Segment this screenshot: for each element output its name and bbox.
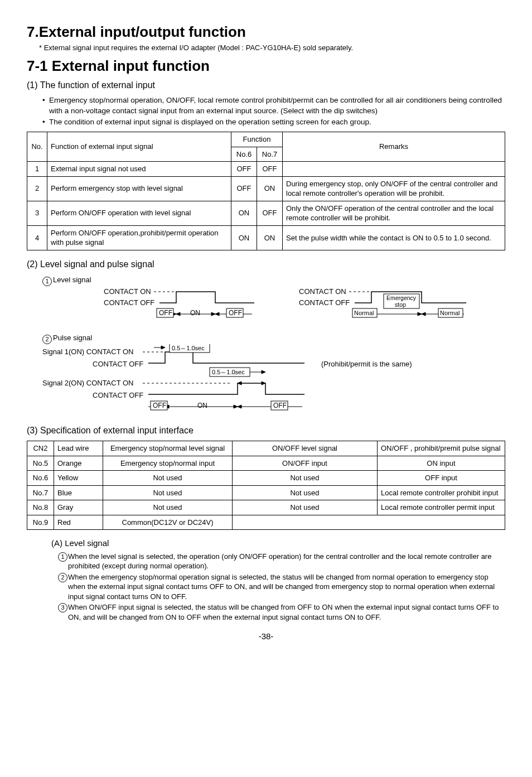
diagram-text: CONTACT OFF — [93, 360, 143, 368]
diagram-text: OFF — [229, 309, 242, 317]
cell-rem: During emergency stop, only ON/OFF of th… — [283, 176, 505, 201]
th-no: No. — [27, 132, 47, 161]
cell-n7: OFF — [257, 201, 283, 225]
sec2-title: (2) Level signal and pulse signal — [27, 258, 505, 271]
cell-fn: Perform emergency stop with level signal — [47, 176, 231, 201]
diagram-text: CONTACT OFF — [104, 298, 154, 307]
cell-n7: ON — [257, 176, 283, 201]
cell-common-blank — [233, 515, 505, 530]
cell-cn2: No.8 — [27, 500, 54, 515]
cell-es: Not used — [103, 471, 233, 486]
page-number: -38- — [27, 631, 505, 642]
cell-lw: Gray — [54, 500, 103, 515]
circled-2-icon: 2 — [42, 335, 52, 344]
cell-lw: Red — [54, 515, 103, 530]
cell-pp: Local remote controller prohibit input — [378, 485, 505, 500]
table-row: 4 Perform ON/OFF operation,prohibit/perm… — [27, 225, 505, 250]
sec3-title: (3) Specification of external input inte… — [27, 424, 505, 437]
cell-cn2: No.5 — [27, 456, 54, 471]
level-signal-block: 1Level signal CONTACT ON CONTACT OFF OFF… — [42, 275, 505, 325]
diagram-text: ON — [197, 402, 207, 409]
circled-3-icon: 3 — [58, 603, 67, 612]
function-table: No. Function of external input signal Fu… — [27, 132, 505, 250]
th-es: Emergency stop/normal level signal — [103, 441, 233, 456]
list-item: 2When the emergency stop/normal operatio… — [58, 572, 505, 602]
cell-fn: Perform ON/OFF operation,prohibit/permit… — [47, 225, 231, 250]
table-row: No.7 Blue Not used Not used Local remote… — [27, 485, 505, 500]
diagram-text: ON — [190, 309, 200, 317]
cell-es: Not used — [103, 500, 233, 515]
diagram-text: CONTACT OFF — [299, 298, 350, 307]
svg-marker-7 — [215, 312, 219, 316]
svg-marker-31 — [238, 382, 241, 385]
diagram-text: Normal — [440, 310, 460, 316]
circled-2-icon: 2 — [58, 573, 67, 582]
table-row: No.9 Red Common(DC12V or DC24V) — [27, 515, 505, 530]
list-item: 1When the level signal is selected, the … — [58, 552, 505, 571]
th-func-group: Function — [231, 132, 283, 147]
cell-no: 4 — [27, 225, 47, 250]
cell-oo: Not used — [233, 485, 378, 500]
svg-marker-29 — [262, 370, 265, 374]
cell-n7: OFF — [257, 162, 283, 177]
table-row: 2 Perform emergency stop with level sign… — [27, 176, 505, 201]
level-signal-diagram: CONTACT ON CONTACT OFF OFF ON OFF CONTAC… — [42, 286, 489, 325]
cell-rem: Only the ON/OFF operation of the central… — [283, 201, 505, 225]
section-7-1-title: 7-1 External input function — [27, 56, 505, 76]
spec-table: CN2 Lead wire Emergency stop/normal leve… — [27, 441, 505, 530]
cell-no: 2 — [27, 176, 47, 201]
cell-cn2: No.9 — [27, 515, 54, 530]
diagram-text: Normal — [354, 310, 374, 316]
sec1-bullets: Emergency stop/normal operation, ON/OFF,… — [42, 95, 505, 127]
cell-cn2: No.7 — [27, 485, 54, 500]
cell-oo: Not used — [233, 500, 378, 515]
svg-marker-4 — [176, 312, 180, 316]
diagram-text: OFF — [153, 402, 166, 409]
page-title: 7.External input/output function — [27, 22, 505, 42]
th-no7: No.7 — [257, 147, 283, 162]
cell-lw: Yellow — [54, 471, 103, 486]
diagram-text: Signal 2(ON) CONTACT ON — [42, 379, 134, 387]
sec1-title: (1) The function of external input — [27, 79, 505, 91]
th-no6: No.6 — [231, 147, 257, 162]
cell-rem: Set the pulse width while the contact is… — [283, 225, 505, 250]
cell-es: Emergency stop/normal input — [103, 456, 233, 471]
cell-cn2: No.6 — [27, 471, 54, 486]
cell-pp: OFF input — [378, 471, 505, 486]
cell-lw: Blue — [54, 485, 103, 500]
table-row: No.8 Gray Not used Not used Local remote… — [27, 500, 505, 515]
th-onoff: ON/OFF level signal — [233, 441, 378, 456]
sec1-bullet: The condition of external input signal i… — [42, 117, 505, 127]
svg-marker-18 — [422, 312, 425, 316]
table-row: No.6 Yellow Not used Not used OFF input — [27, 471, 505, 486]
svg-marker-39 — [238, 405, 241, 408]
cell-lw: Orange — [54, 456, 103, 471]
circled-1-icon: 1 — [42, 277, 52, 286]
pulse-signal-diagram: Signal 1(ON) CONTACT ON CONTACT OFF 0.5～… — [42, 344, 489, 417]
cell-no: 3 — [27, 201, 47, 225]
list-text: When the emergency stop/normal operation… — [68, 573, 495, 601]
svg-marker-23 — [161, 346, 165, 349]
level-signal-label: Level signal — [53, 276, 91, 284]
footnote: * External signal input requires the ext… — [39, 43, 505, 53]
table-row: 1 External input signal not used OFF OFF — [27, 162, 505, 177]
diagram-text: 0.5～1.0sec — [212, 369, 245, 375]
list-text: When ON/OFF input signal is selected, th… — [68, 603, 499, 621]
diagram-text: CONTACT ON — [104, 287, 151, 296]
cell-n6: ON — [231, 201, 257, 225]
th-remarks: Remarks — [283, 132, 505, 161]
diagram-text: OFF — [159, 309, 172, 317]
secA-list: 1When the level signal is selected, the … — [58, 552, 505, 622]
th-leadwire: Lead wire — [54, 441, 103, 456]
list-item: 3When ON/OFF input signal is selected, t… — [58, 602, 505, 622]
diagram-text: 0.5～1.0sec — [172, 345, 205, 351]
cell-fn: External input signal not used — [47, 162, 231, 177]
cell-rem — [283, 162, 505, 177]
diagram-text: (Prohibit/permit is the same) — [321, 360, 412, 368]
cell-oo: Not used — [233, 471, 378, 486]
cell-pp: Local remote controller permit input — [378, 500, 505, 515]
diagram-text: CONTACT OFF — [93, 391, 143, 399]
th-pulse: ON/OFF , prohibit/premit pulse signal — [378, 441, 505, 456]
pulse-signal-label: Pulse signal — [53, 334, 92, 342]
cell-oo: ON/OFF input — [233, 456, 378, 471]
